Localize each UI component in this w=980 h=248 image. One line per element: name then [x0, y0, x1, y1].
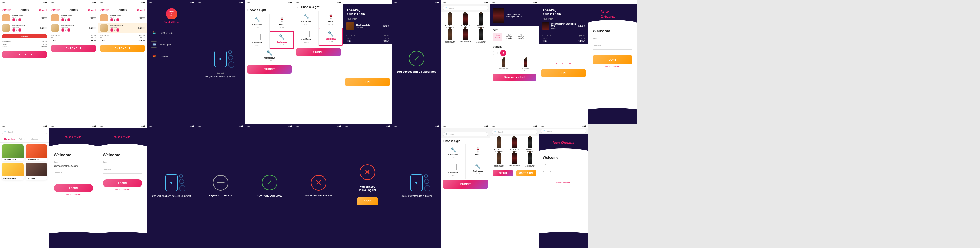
password-field-2[interactable] — [103, 172, 142, 173]
qty-plus-2[interactable]: + — [18, 29, 21, 32]
wine-item-2-6[interactable]: Trius CabernetSauvignon 2016 — [523, 153, 538, 167]
submit-button-1[interactable]: SUBMIT — [247, 65, 291, 73]
wine-search-bar[interactable]: 🔍 Search — [443, 6, 488, 10]
qty-minus-4[interactable]: − — [61, 29, 64, 32]
login-button-2[interactable]: LOGIN — [103, 180, 142, 187]
done-button-1[interactable]: DONE — [345, 78, 390, 86]
email-field-nola[interactable] — [593, 40, 632, 42]
food-card-avocado[interactable]: Avocado Toast — [2, 145, 24, 161]
type-section: Type Bottle $25.00 HalfPackage $150.00 F… — [490, 26, 539, 44]
checkout-button-3[interactable]: CHECKOUT — [100, 45, 145, 52]
password-label-nola: Password — [593, 45, 632, 47]
wine-item-5[interactable]: Trius Merlot 2016 — [458, 29, 473, 43]
qty-decrease[interactable]: − — [493, 51, 498, 56]
pos-title-2: ORDER — [69, 9, 78, 11]
tab-hot-dishes[interactable]: Hot dishes — [2, 136, 17, 143]
forgot-1[interactable]: Forgot Password? — [49, 193, 98, 195]
qty-plus-5[interactable]: + — [116, 18, 119, 21]
gift-cat-corkscrew-2[interactable]: 🔧 Corkscrew 15 left — [466, 161, 490, 179]
menu-giveaway[interactable]: 🎁 Giveaway — [147, 50, 196, 62]
email-field-nola-2[interactable] — [543, 166, 584, 168]
gift-item-wine-1[interactable]: 🍷 Wine 40 left — [270, 14, 294, 31]
qty-plus-6[interactable]: + — [116, 29, 119, 32]
food-card-bruschetta[interactable]: Bruschetta set — [25, 145, 47, 161]
email-field-2[interactable] — [103, 164, 142, 166]
cancel-btn-3[interactable]: Cancel — [137, 9, 145, 11]
wine-item-2-3[interactable]: KOKO ShirazCabernet — [523, 137, 538, 152]
back-arrow-gift[interactable]: ← — [296, 4, 300, 10]
qty-plus[interactable]: + — [18, 18, 21, 21]
checkout-button[interactable]: CHECKOUT — [2, 51, 46, 58]
type-bottle[interactable]: Bottle $25.00 — [493, 33, 502, 41]
order-btn-3[interactable]: ORDER — [100, 9, 108, 11]
gift-item-corkscrew-3[interactable]: 🔧 Corkscrew 43 left — [245, 49, 294, 63]
nola-done-btn[interactable]: DONE — [593, 56, 632, 64]
password-field-nola[interactable] — [593, 48, 632, 50]
email-field-1[interactable]: johndoe@company.com — [54, 164, 93, 169]
forgot-2[interactable]: Forgot Password? — [98, 188, 147, 190]
wine-item-2-1[interactable]: Trius CabernetFranc 2016 — [492, 137, 506, 152]
gift-item-corkscrew-1[interactable]: 🔧 Corkscrew 25 left — [245, 14, 269, 31]
wine-search-bar-2[interactable]: 🔍 Search — [492, 130, 537, 134]
swipe-submit[interactable]: Swipe up to submit — [493, 74, 536, 81]
gift-submit-btn[interactable]: SUBMIT — [443, 180, 488, 189]
gift-item-corkscrew-2[interactable]: 🔧 Corkscrew 43 left — [270, 31, 294, 49]
nola-forgot[interactable]: Forgot Password? — [588, 65, 637, 67]
menu-pos[interactable]: 🏪 Point of Sale — [147, 27, 196, 39]
order-btn-2[interactable]: ORDER — [51, 9, 59, 11]
gift-search-bar[interactable]: 🔍 Search — [443, 132, 488, 137]
wine-submit-btn[interactable]: SUBMIT — [493, 170, 513, 176]
gift-item-2-wine[interactable]: 🍷 Wine 40 left — [318, 11, 343, 28]
submit-button-2[interactable]: SUBMIT — [296, 48, 340, 56]
wine-item-4[interactable]: Wayne GretzkyEstates Merlot — [442, 29, 457, 43]
wine-item-2-2[interactable]: The DiplomatShiraz — [507, 137, 522, 152]
mailing-done-btn[interactable]: DONE — [357, 197, 378, 205]
wine-item-6[interactable]: Trius CabernetSauvignon 2016 — [474, 29, 488, 43]
qty-plus-4[interactable]: + — [67, 29, 70, 32]
food-card-espresso[interactable]: Espresso — [25, 163, 47, 180]
order-btn[interactable]: ORDER — [2, 9, 11, 11]
cancel-btn[interactable]: Cancel — [39, 9, 46, 11]
gift-item-cert-1[interactable]: Certificate 32 left — [245, 31, 269, 49]
qty-minus[interactable]: − — [12, 18, 16, 21]
wine-item-2-4[interactable]: Wayne GretzkyEstates Merlot — [492, 153, 506, 167]
gift-cat-cert-1[interactable]: Certificate 14 left — [441, 161, 465, 179]
done-button-2[interactable]: DONE — [541, 69, 585, 77]
check-circle-payment: ✓ — [262, 175, 277, 190]
password-field-1[interactable]: •••••••• — [54, 174, 93, 178]
wine-item-2[interactable]: The DiplomatShiraz — [458, 13, 473, 28]
qty-minus-3[interactable]: − — [61, 18, 64, 21]
wine-item-1[interactable]: Trius CabernetFranc 2016 — [442, 13, 457, 28]
checkout-button-2[interactable]: CHECKOUT — [51, 45, 95, 52]
qty-minus-6[interactable]: − — [110, 29, 113, 32]
login-button-1[interactable]: LOGIN — [54, 184, 93, 192]
qty-minus-2[interactable]: − — [12, 29, 16, 32]
wine-item-3[interactable]: KOKO ShirazCabernet — [474, 13, 488, 28]
gift-item-2-corkscrew-2[interactable]: 🔧 Corkscrew 43 left — [318, 28, 343, 46]
nola-forgot-2[interactable]: Forgot Password? — [539, 181, 588, 183]
type-full[interactable]: FullPackage $300.00 — [515, 33, 526, 41]
gift-cat-corkscrew-1[interactable]: 🔧 Corkscrew 13 left — [441, 145, 465, 161]
tab-salads[interactable]: Salads — [17, 136, 27, 143]
nola-search-bar[interactable]: 🔍 Search — [541, 129, 586, 133]
screen-gift-1: 9:41 ▲◼▮ Choose a gift 🔧 Corkscrew 25 le… — [245, 0, 294, 124]
qty-increase[interactable]: + — [509, 51, 514, 56]
gift-item-2-corkscrew[interactable]: 🔧 Corkscrew 25 left — [294, 11, 318, 28]
menu-subscription[interactable]: 📧 Subscription — [147, 39, 196, 50]
gift-cat-wine-1[interactable]: 🍷 Wine — [466, 145, 490, 161]
cancel-btn-2[interactable]: Cancel — [88, 9, 95, 11]
gift-item-2-cert[interactable]: Certificate 32 left — [294, 28, 318, 46]
password-field-nola-2[interactable] — [543, 174, 584, 176]
type-half[interactable]: HalfPackage $150.00 — [504, 33, 514, 41]
food-card-cheese[interactable]: Cheese Burger — [2, 163, 24, 180]
tab-hot-drink[interactable]: Hot drink — [27, 136, 40, 143]
wine-item-2-5[interactable]: Trius Merlot 2016 — [507, 153, 522, 167]
wine-cart-btn[interactable]: GO TO CART — [516, 170, 536, 176]
wine-bottle-2 — [463, 13, 468, 25]
qty-plus-3[interactable]: + — [67, 18, 70, 21]
order-item-bruschetta-2: Bruschetta set Standard − 1 + $20.00 — [49, 23, 98, 33]
delete-btn[interactable]: Delete — [2, 35, 46, 38]
qty-minus-5[interactable]: − — [110, 18, 113, 21]
forgot-password-link[interactable]: Forgot Password? — [556, 63, 571, 65]
food-search-bar[interactable]: 🔍 Search — [2, 130, 47, 134]
